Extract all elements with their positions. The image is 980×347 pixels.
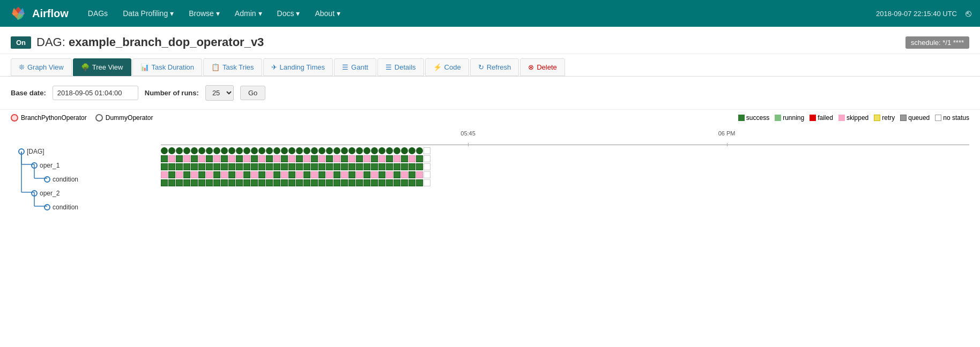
cell[interactable] bbox=[296, 147, 303, 154]
cell[interactable] bbox=[424, 163, 430, 170]
cell[interactable] bbox=[198, 163, 205, 170]
tab-task-duration[interactable]: 📊 Task Duration bbox=[132, 58, 202, 76]
cell[interactable] bbox=[378, 179, 385, 186]
cell[interactable] bbox=[228, 171, 235, 178]
cell[interactable] bbox=[176, 155, 183, 162]
cell[interactable] bbox=[228, 155, 235, 162]
cell[interactable] bbox=[303, 171, 310, 178]
cell[interactable] bbox=[363, 179, 370, 186]
cell[interactable] bbox=[386, 163, 393, 170]
cell[interactable] bbox=[348, 163, 355, 170]
cell[interactable] bbox=[378, 147, 385, 154]
cell[interactable] bbox=[424, 179, 430, 186]
cell[interactable] bbox=[303, 179, 310, 186]
cell[interactable] bbox=[176, 179, 183, 186]
cell[interactable] bbox=[288, 147, 295, 154]
tab-tree-view[interactable]: 🌳 Tree View bbox=[73, 58, 131, 76]
cell[interactable] bbox=[221, 171, 228, 178]
cell[interactable] bbox=[191, 163, 198, 170]
cell[interactable] bbox=[236, 147, 243, 154]
cell[interactable] bbox=[281, 179, 288, 186]
cell[interactable] bbox=[356, 155, 363, 162]
tab-landing-times[interactable]: ✈ Landing Times bbox=[263, 58, 333, 76]
cell[interactable] bbox=[416, 163, 423, 170]
cell[interactable] bbox=[333, 179, 340, 186]
cell[interactable] bbox=[258, 179, 265, 186]
cell[interactable] bbox=[318, 147, 325, 154]
nav-link-browse[interactable]: Browse ▾ bbox=[182, 6, 226, 21]
cell[interactable] bbox=[409, 163, 415, 170]
tab-gantt[interactable]: ☰ Gantt bbox=[334, 58, 376, 76]
cell[interactable] bbox=[401, 171, 408, 178]
cell[interactable] bbox=[206, 163, 213, 170]
cell[interactable] bbox=[378, 163, 385, 170]
cell[interactable] bbox=[161, 163, 168, 170]
cell[interactable] bbox=[394, 179, 400, 186]
cell[interactable] bbox=[326, 147, 333, 154]
cell[interactable] bbox=[191, 147, 198, 154]
cell[interactable] bbox=[258, 155, 265, 162]
cell[interactable] bbox=[311, 179, 318, 186]
cell[interactable] bbox=[251, 155, 258, 162]
cell[interactable] bbox=[341, 179, 348, 186]
base-date-input[interactable] bbox=[53, 86, 138, 100]
cell[interactable] bbox=[288, 163, 295, 170]
cell[interactable] bbox=[296, 171, 303, 178]
tab-delete[interactable]: ⊗ Delete bbox=[520, 58, 565, 76]
cell[interactable] bbox=[266, 171, 273, 178]
cell[interactable] bbox=[296, 163, 303, 170]
nav-item-about[interactable]: About ▾ bbox=[308, 6, 347, 21]
cell[interactable] bbox=[198, 147, 205, 154]
cell[interactable] bbox=[258, 147, 265, 154]
cell[interactable] bbox=[273, 179, 280, 186]
cell[interactable] bbox=[371, 155, 378, 162]
cell[interactable] bbox=[221, 179, 228, 186]
nav-item-dags[interactable]: DAGs bbox=[81, 6, 114, 21]
cell[interactable] bbox=[333, 163, 340, 170]
nav-item-docs[interactable]: Docs ▾ bbox=[271, 6, 307, 21]
cell[interactable] bbox=[326, 179, 333, 186]
cell[interactable] bbox=[221, 147, 228, 154]
cell[interactable] bbox=[198, 179, 205, 186]
nav-item-admin[interactable]: Admin ▾ bbox=[228, 6, 269, 21]
cell[interactable] bbox=[296, 155, 303, 162]
logout-icon[interactable]: ⎋ bbox=[966, 8, 971, 19]
cell[interactable] bbox=[221, 155, 228, 162]
cell[interactable] bbox=[168, 155, 175, 162]
cell[interactable] bbox=[243, 179, 250, 186]
cell[interactable] bbox=[311, 171, 318, 178]
cell[interactable] bbox=[183, 171, 190, 178]
cell[interactable] bbox=[409, 171, 415, 178]
cell[interactable] bbox=[409, 155, 415, 162]
cell[interactable] bbox=[311, 163, 318, 170]
cell[interactable] bbox=[348, 147, 355, 154]
cell[interactable] bbox=[394, 147, 400, 154]
cell[interactable] bbox=[176, 163, 183, 170]
cell[interactable] bbox=[168, 147, 175, 154]
cell[interactable] bbox=[318, 163, 325, 170]
cell[interactable] bbox=[296, 179, 303, 186]
cell[interactable] bbox=[258, 163, 265, 170]
on-badge[interactable]: On bbox=[11, 36, 31, 49]
cell[interactable] bbox=[424, 155, 430, 162]
cell[interactable] bbox=[394, 171, 400, 178]
cell[interactable] bbox=[363, 171, 370, 178]
nav-item-data-profiling[interactable]: Data Profiling ▾ bbox=[116, 6, 180, 21]
tab-refresh[interactable]: ↻ Refresh bbox=[470, 58, 519, 76]
cell[interactable] bbox=[236, 163, 243, 170]
cell[interactable] bbox=[213, 155, 220, 162]
nav-link-docs[interactable]: Docs ▾ bbox=[271, 6, 307, 21]
cell[interactable] bbox=[243, 147, 250, 154]
cell[interactable] bbox=[311, 155, 318, 162]
cell[interactable] bbox=[333, 147, 340, 154]
tab-code[interactable]: ⚡ Code bbox=[425, 58, 469, 76]
cell[interactable] bbox=[281, 155, 288, 162]
cell[interactable] bbox=[191, 179, 198, 186]
cell[interactable] bbox=[213, 171, 220, 178]
cell[interactable] bbox=[416, 179, 423, 186]
cell[interactable] bbox=[386, 179, 393, 186]
cell[interactable] bbox=[236, 179, 243, 186]
cell[interactable] bbox=[161, 179, 168, 186]
cell[interactable] bbox=[273, 163, 280, 170]
cell[interactable] bbox=[288, 171, 295, 178]
